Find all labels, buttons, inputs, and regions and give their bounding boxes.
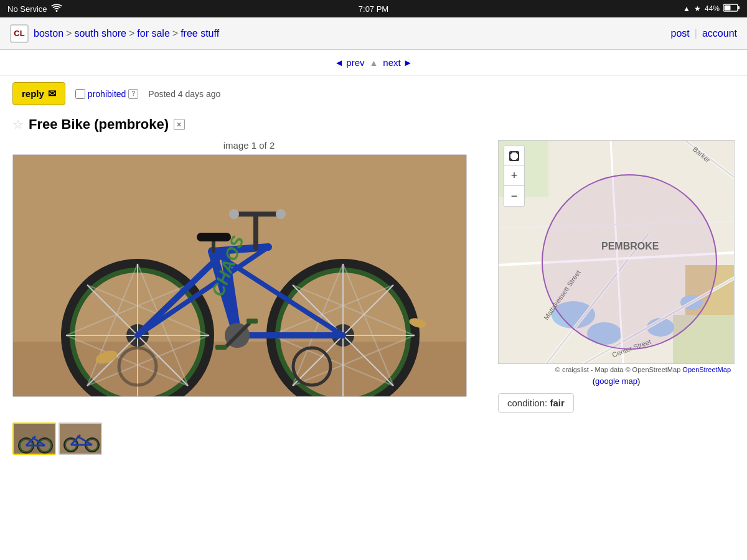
favorite-star-icon[interactable]: ☆ (12, 117, 24, 132)
wifi-icon (51, 4, 62, 14)
svg-rect-47 (215, 345, 227, 350)
bluetooth-icon: ★ (694, 4, 701, 13)
breadcrumb-south-shore[interactable]: south shore (74, 28, 126, 39)
thumb-2-image (60, 424, 102, 455)
action-bar: reply ✉ prohibited ? Posted 4 days ago (0, 76, 747, 111)
status-bar: No Service 7:07 PM ▲ ★ 44% (0, 0, 747, 17)
up-triangle[interactable]: ▲ (369, 58, 378, 68)
breadcrumb-sep-2: > (129, 28, 134, 39)
map-expand-button[interactable] (504, 146, 524, 166)
reply-label: reply (22, 88, 44, 99)
google-map-link-wrap: (google map) (498, 375, 735, 391)
map-svg: Mattakessett Street Center Street Barker… (499, 141, 735, 364)
svg-point-74 (542, 175, 716, 349)
breadcrumb-for-sale[interactable]: for sale (137, 28, 169, 39)
main-content: image 1 of 2 (0, 140, 747, 413)
battery-label: 44% (705, 4, 720, 13)
listing-title: ☆ Free Bike (pembroke) ✕ (0, 111, 747, 140)
header: CL boston > south shore > for sale > fre… (0, 17, 747, 50)
svg-point-42 (276, 209, 286, 219)
map-section: Mattakessett Street Center Street Barker… (498, 140, 735, 413)
image-section: image 1 of 2 (12, 140, 486, 413)
status-right: ▲ ★ 44% (683, 4, 740, 14)
thumb-1-image (14, 424, 56, 455)
map-zoom-out-button[interactable]: − (504, 186, 524, 206)
svg-rect-48 (247, 319, 258, 324)
prohibited-wrap: prohibited ? (75, 89, 139, 99)
cl-logo[interactable]: CL (10, 24, 29, 43)
posted-text: Posted 4 days ago (148, 89, 220, 99)
map-background: Mattakessett Street Center Street Barker… (499, 141, 734, 363)
map-controls: + − (504, 146, 525, 207)
condition-value: fair (550, 398, 564, 408)
condition-label: condition: (507, 398, 547, 408)
post-link[interactable]: post (671, 28, 690, 39)
envelope-icon: ✉ (48, 88, 56, 100)
condition-wrap: condition: fair (498, 391, 735, 413)
breadcrumb-sep-3: > (172, 28, 178, 39)
status-left: No Service (7, 4, 62, 14)
thumbnail-1[interactable] (12, 422, 56, 455)
listing-title-text: Free Bike (pembroke) (29, 116, 169, 133)
map-container[interactable]: Mattakessett Street Center Street Barker… (498, 140, 735, 364)
bike-image-svg: CHAOS (13, 155, 467, 397)
account-link[interactable]: account (702, 28, 737, 39)
header-right: post | account (671, 28, 737, 39)
breadcrumb-free-stuff[interactable]: free stuff (181, 28, 219, 39)
breadcrumb-boston[interactable]: boston (34, 28, 63, 39)
delete-icon[interactable]: ✕ (174, 119, 185, 130)
svg-rect-3 (725, 6, 731, 11)
map-zoom-in-button[interactable]: + (504, 166, 524, 186)
thumbnail-2[interactable] (59, 422, 102, 455)
openstreetmap-link[interactable]: OpenStreetMap (682, 366, 731, 373)
location-icon: ▲ (683, 4, 690, 13)
reply-button[interactable]: reply ✉ (12, 82, 65, 105)
next-link[interactable]: next ► (383, 57, 412, 68)
svg-rect-2 (738, 6, 740, 9)
google-map-link[interactable]: google map (595, 376, 637, 386)
image-counter: image 1 of 2 (12, 140, 486, 151)
breadcrumb-sep-1: > (66, 28, 72, 39)
breadcrumb: CL boston > south shore > for sale > fre… (10, 24, 219, 43)
main-image[interactable]: CHAOS (12, 154, 467, 397)
svg-point-0 (55, 10, 57, 12)
prev-link[interactable]: ◄ prev (334, 57, 364, 68)
header-divider: | (695, 28, 697, 39)
map-attribution: © craigslist - Map data © OpenStreetMap … (498, 364, 735, 375)
prohibited-link[interactable]: prohibited (88, 89, 126, 99)
prohibited-checkbox[interactable] (75, 89, 85, 99)
svg-rect-43 (197, 233, 231, 241)
battery-icon (723, 4, 740, 14)
nav-arrows: ◄ prev ▲ next ► (0, 50, 747, 76)
time-display: 7:07 PM (359, 4, 388, 14)
service-label: No Service (7, 4, 47, 14)
prohibited-help-icon[interactable]: ? (128, 89, 138, 99)
svg-text:PEMBROKE: PEMBROKE (601, 241, 659, 251)
thumbnail-strip (0, 413, 747, 460)
condition-badge: condition: fair (498, 393, 574, 413)
svg-point-41 (229, 209, 239, 219)
